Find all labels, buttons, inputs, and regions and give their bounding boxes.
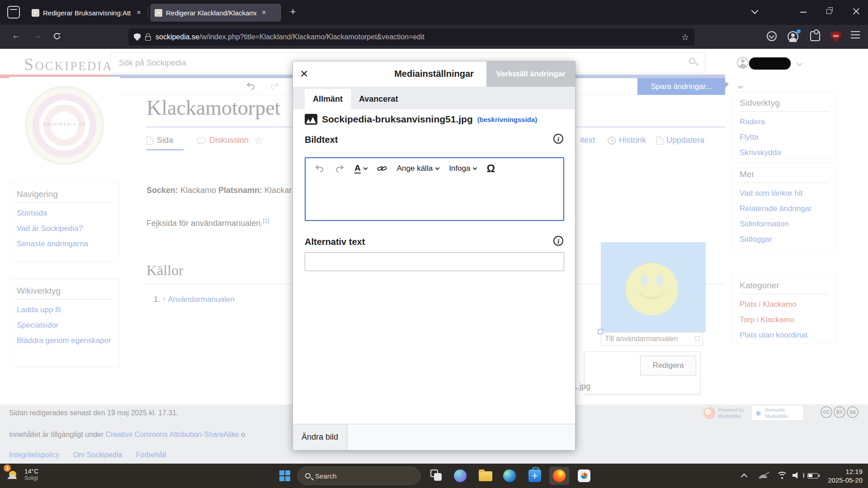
tab-close-icon[interactable]: × (137, 8, 141, 17)
alt-text-info-icon[interactable]: i (553, 236, 563, 246)
media-settings-dialog: × Mediainställningar Verkställ ändringar… (292, 61, 576, 450)
edge-browser-icon[interactable] (503, 469, 516, 482)
browser-nav-bar: ← → sockipedia.se/w/index.php?title=Klac… (0, 25, 868, 49)
weather-widget[interactable]: 3 ☁ 14°C Soligt (5, 465, 38, 483)
tray-date: 2025-05-20 (823, 476, 863, 484)
browser-tab-inactive[interactable]: Redigerar Bruksanvisning:AttBid × (27, 4, 146, 22)
chevron-down-icon (435, 165, 440, 170)
extensions-icon[interactable] (810, 31, 820, 41)
account-notification-dot (797, 29, 801, 33)
volume-icon[interactable] (793, 472, 800, 479)
caption-info-icon[interactable]: i (553, 134, 563, 144)
browser-tab-bar: Redigerar Bruksanvisning:AttBid × Redige… (0, 0, 868, 25)
dialog-tab-bar: Allmänt Avancerat (293, 87, 575, 109)
tab-title: Redigerar Klackland/Klackamo/ (166, 9, 256, 17)
url-domain: sockipedia.se (156, 33, 199, 41)
start-button[interactable] (279, 470, 290, 481)
search-icon (305, 473, 311, 479)
url-text: sockipedia.se/w/index.php?title=Klacklan… (156, 33, 677, 41)
temperature-text: 14°C (24, 468, 38, 475)
link-icon[interactable] (377, 164, 387, 174)
undo-icon[interactable] (315, 164, 325, 173)
site-favicon (155, 9, 162, 17)
chevron-down-icon (473, 165, 477, 170)
firefox-view-icon[interactable] (7, 6, 20, 19)
wifi-icon[interactable] (777, 472, 788, 481)
site-favicon (32, 9, 39, 17)
caption-editor: A Ange källa Infoga Ω (305, 157, 564, 221)
battery-icon[interactable] (807, 473, 818, 479)
special-character-button[interactable]: Ω (486, 163, 495, 175)
url-path: /w/index.php?title=Klackland/Klackamo/Kl… (199, 33, 425, 41)
reload-button[interactable] (52, 32, 61, 41)
list-all-tabs-icon[interactable] (752, 7, 758, 13)
caption-label: Bildtext (305, 135, 338, 145)
window-restore-button[interactable] (826, 9, 831, 14)
tray-expand-chevron-icon[interactable] (741, 474, 747, 480)
tab-general[interactable]: Allmänt (305, 89, 351, 109)
tab-title: Redigerar Bruksanvisning:AttBid (43, 9, 131, 17)
description-page-link[interactable]: (beskrivningssida) (477, 116, 538, 123)
ublock-icon[interactable]: UO (831, 31, 841, 42)
back-button[interactable]: ← (12, 30, 21, 41)
task-view-button[interactable] (430, 469, 443, 482)
taskbar-search-label: Search (315, 472, 337, 480)
file-row: Sockipedia-bruksanvisning51.jpg (beskriv… (305, 114, 537, 125)
cite-menu[interactable]: Ange källa (397, 164, 439, 173)
menu-icon[interactable] (851, 31, 860, 38)
volume-wave-icon (801, 472, 804, 479)
copilot-icon[interactable] (454, 469, 467, 482)
taskbar-search[interactable]: Search (297, 467, 420, 485)
redo-icon[interactable] (335, 164, 344, 173)
tracking-protection-shield-icon[interactable] (134, 33, 141, 41)
firefox-icon[interactable] (553, 469, 566, 482)
https-lock-icon[interactable] (145, 36, 151, 41)
microsoft-store-icon[interactable] (528, 469, 541, 482)
caption-editor-area[interactable] (306, 179, 563, 220)
alt-text-label: Alternativ text (305, 237, 365, 247)
redacted-username (749, 57, 791, 70)
chevron-down-icon[interactable] (363, 165, 368, 170)
tab-separator (148, 7, 148, 17)
windows-taskbar: 3 ☁ 14°C Soligt Search ☁ 12:19 2025-05-2… (0, 464, 868, 488)
url-bar[interactable]: sockipedia.se/w/index.php?title=Klacklan… (128, 28, 694, 46)
file-explorer-icon[interactable] (479, 471, 492, 481)
image-file-icon (305, 114, 317, 125)
alt-text-input[interactable] (305, 252, 564, 271)
weather-description: Soligt (24, 475, 38, 481)
window-minimize-button[interactable] (800, 12, 807, 13)
tray-time: 12:19 (823, 467, 863, 476)
new-tab-button[interactable]: + (286, 5, 300, 19)
pocket-icon[interactable] (767, 31, 777, 41)
photos-app-icon[interactable] (578, 469, 590, 482)
weather-icon: 3 ☁ (5, 465, 21, 483)
notification-count-badge: 3 (4, 465, 11, 472)
browser-tab-active[interactable]: Redigerar Klackland/Klackamo/ × (150, 4, 281, 22)
insert-menu-label: Infoga (449, 164, 470, 173)
clock[interactable]: 12:19 2025-05-20 (823, 467, 863, 484)
dialog-footer: Ändra bild (293, 424, 575, 450)
insert-menu[interactable]: Infoga (449, 164, 476, 173)
dialog-header: × Mediainställningar Verkställ ändringar (293, 61, 575, 87)
caption-editor-toolbar: A Ange källa Infoga Ω (306, 158, 563, 179)
window-close-button[interactable] (853, 7, 860, 14)
text-style-button[interactable]: A (354, 164, 361, 174)
change-image-button[interactable]: Ändra bild (293, 424, 347, 450)
tab-close-icon[interactable]: × (262, 8, 266, 17)
forward-button[interactable]: → (33, 30, 42, 41)
onedrive-paused-icon[interactable]: ☁ (758, 469, 768, 481)
apply-changes-button[interactable]: Verkställ ändringar (486, 61, 575, 87)
bookmark-star-icon[interactable]: ☆ (681, 32, 689, 42)
tab-advanced[interactable]: Avancerat (351, 89, 406, 109)
file-name: Sockipedia-bruksanvisning51.jpg (322, 114, 473, 125)
cite-menu-label: Ange källa (397, 164, 433, 173)
